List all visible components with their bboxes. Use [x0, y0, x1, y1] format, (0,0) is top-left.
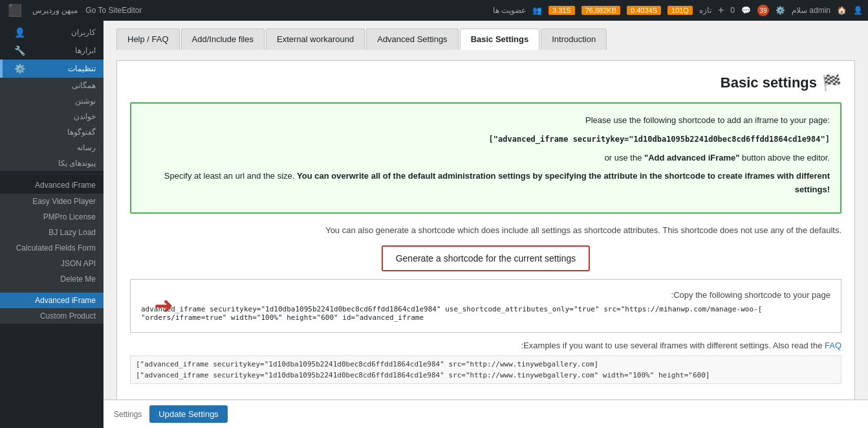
example-codes-box: ["advanced_iframe securitykey="1d10dba10…	[130, 355, 841, 384]
tools-icon: 🔧	[14, 45, 25, 56]
tab-introduction[interactable]: Introduction	[541, 28, 607, 50]
submenu-calc-fields[interactable]: Calculated Fields Form	[0, 240, 103, 256]
new-label: تازه	[699, 6, 711, 15]
shortcode-output-box: ➜ :Copy the following shortcode to your …	[130, 279, 841, 333]
comments-count[interactable]: 0	[730, 6, 735, 15]
submenu-item-reading[interactable]: خواندن	[0, 109, 103, 124]
shortcode-value: advanced_iframe securitykey="1d10dba1095…	[141, 305, 830, 322]
submenu-advanced-iframe-active[interactable]: Advanced iFrame	[0, 293, 103, 308]
stat-memory: 76,882KB	[581, 6, 620, 15]
info-line3: Specify at least an url and the size. Yo…	[142, 170, 830, 197]
goto-site-editor[interactable]: Go To SiteEditor	[85, 6, 142, 15]
submenu-custom-product[interactable]: Custom Product	[0, 308, 103, 324]
sidebar-item-users[interactable]: 👤 کاربران	[0, 23, 103, 41]
tab-help-faq[interactable]: Help / FAQ	[116, 28, 180, 50]
sidebar-item-advanced-iframe-title: Advanced iFrame	[0, 177, 103, 194]
info-line1: Please use the following shortcode to ad…	[142, 114, 830, 128]
settings-submenu: همگانی نوشتن خواندن گفتوگوها رسانه پیوند…	[0, 78, 103, 171]
advanced-iframe-label: Advanced iFrame	[10, 181, 96, 190]
admin-bar: ⬛ میهن وردپرس Go To SiteEditor عضویت ها …	[0, 0, 868, 21]
site-name[interactable]: میهن وردپرس	[32, 6, 78, 15]
users-icon: 👤	[14, 27, 25, 38]
tab-advanced-settings[interactable]: Advanced Settings	[366, 28, 458, 50]
wp-icon[interactable]: ⬛	[5, 3, 25, 17]
submenu-json-api[interactable]: JSON API	[0, 256, 103, 271]
arrow-icon: ➜	[154, 292, 173, 319]
submenu-pmpro[interactable]: PMPro License	[0, 209, 103, 225]
info-shortcode: ["advanced_iframe securitykey="1d10dba10…	[142, 133, 830, 146]
example-code-1: ["advanced_iframe securitykey="1d10dba10…	[136, 359, 836, 370]
desc-text: You can also generate a shortcode which …	[130, 224, 841, 238]
page-title-row: Basic settings 🏁	[130, 74, 841, 92]
tab-add-include-files[interactable]: Add/Include files	[181, 28, 265, 50]
bottom-bar: Settings Update Settings	[103, 400, 868, 428]
nav-tabs: Help / FAQ Add/Include files External wo…	[116, 28, 855, 50]
new-plus[interactable]: +	[718, 5, 724, 16]
shortcode-copy-label: :Copy the following shortcode to your pa…	[141, 290, 830, 300]
faq-link[interactable]: FAQ	[825, 341, 841, 350]
submenu-easy-video[interactable]: Easy Video Player	[0, 194, 103, 209]
submenu-item-general[interactable]: همگانی	[0, 78, 103, 93]
updates-count[interactable]: 39	[757, 5, 769, 16]
info-box: Please use the following shortcode to ad…	[130, 102, 841, 214]
stat-queries: 101Q	[667, 6, 693, 15]
submenu-bj-lazy[interactable]: BJ Lazy Load	[0, 225, 103, 240]
info-line2: or use the "Add advanced iFrame" button …	[142, 152, 830, 165]
tab-basic-settings[interactable]: Basic Settings	[460, 28, 540, 50]
submenu-item-permalink[interactable]: پیوندهای یکا	[0, 155, 103, 171]
examples-text: :Examples if you want to use several ifr…	[130, 341, 841, 350]
settings-flag-icon: 🏁	[822, 74, 841, 92]
page-title: Basic settings	[721, 74, 817, 91]
submenu-item-writing[interactable]: نوشتن	[0, 93, 103, 109]
membership-label: عضویت ها	[493, 6, 526, 15]
sidebar-settings-label: تنظیمات	[25, 64, 96, 73]
stat-time: 3.31S	[548, 6, 575, 15]
content-box: Basic settings 🏁 Please use the followin…	[116, 60, 855, 428]
user-label[interactable]: سلام admin	[792, 6, 830, 15]
settings-icon: ⚙️	[14, 63, 25, 74]
admin-menu: 👤 کاربران 🔧 ابزارها ⚙️ تنظیمات همگانی نو…	[0, 21, 103, 428]
sidebar-tools-label: ابزارها	[25, 46, 96, 55]
submenu-item-media[interactable]: رسانه	[0, 140, 103, 155]
stat-query-time: 0.4034S	[627, 6, 661, 15]
example-code-2: ["advanced_iframe securitykey="1d10dba10…	[136, 370, 836, 381]
update-settings-button[interactable]: Update Settings	[149, 405, 228, 423]
submenu-delete-me[interactable]: Delete Me	[0, 271, 103, 287]
tab-external-workaround[interactable]: External workaround	[266, 28, 365, 50]
generate-shortcode-button[interactable]: Generate a shortcode for the current set…	[382, 245, 591, 271]
submenu-item-discussion[interactable]: گفتوگوها	[0, 124, 103, 140]
advanced-iframe-submenu: Easy Video Player PMPro License BJ Lazy …	[0, 194, 103, 324]
bottom-settings-label: Settings	[114, 410, 142, 419]
sidebar-item-tools[interactable]: 🔧 ابزارها	[0, 41, 103, 60]
sidebar-item-settings[interactable]: ⚙️ تنظیمات	[0, 60, 103, 78]
sidebar-users-label: کاربران	[25, 28, 96, 37]
main-content: Help / FAQ Add/Include files External wo…	[103, 21, 868, 428]
